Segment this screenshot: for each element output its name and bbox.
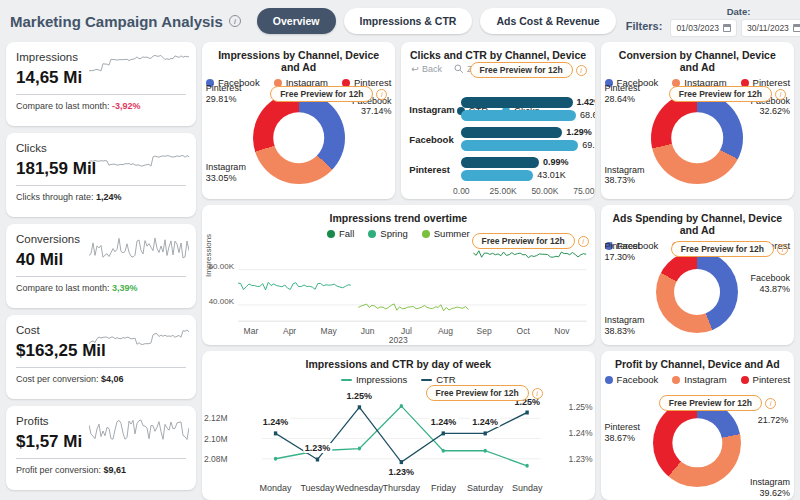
bar-value-label: 69.97K [582, 140, 594, 151]
ctr-bar[interactable]: 0.99% [461, 157, 539, 168]
kpi-card-cost: Cost $163,25 Mil Cost per conversion: $4… [6, 315, 196, 399]
info-icon[interactable]: i [777, 244, 788, 255]
kpi-subtext: Compare to last month: -3,92% [16, 101, 186, 111]
trend-line-chart[interactable] [238, 241, 587, 325]
tab-impressions-ctr[interactable]: Impressions & CTR [344, 8, 473, 34]
day-label: Thursday [383, 483, 421, 493]
kpi-subtext: Profit per conversion: $9,61 [16, 465, 186, 475]
bar-category-label: Pinterest [409, 164, 461, 175]
profit-donut-chart[interactable] [653, 399, 741, 487]
ctr-bar[interactable]: 1.29% [461, 127, 562, 138]
impressions-donut-chart[interactable] [253, 92, 345, 184]
donut-label-instagram: Instagram 38.83% [605, 315, 645, 337]
ads-spending-donut-chart[interactable] [656, 251, 738, 333]
clicks-bar[interactable]: 43.01K [461, 170, 533, 181]
right-axis-tick: 1.23% [569, 454, 593, 464]
clicks-bar[interactable]: 69.97K [461, 140, 578, 151]
chart-title: Ads Spending by Channel, Device and Ad [609, 212, 786, 236]
kpi-card-profits: Profits $1,57 Mi Profit per conversion: … [6, 406, 196, 490]
channel-legend: Facebook Instagram Pinterest [609, 374, 786, 385]
conversion-donut-chart[interactable] [651, 92, 743, 184]
header: Marketing Campaign Analysis i Overview I… [0, 0, 800, 40]
free-preview-badge[interactable]: Free Preview for 12hi [472, 233, 589, 249]
kpi-subtext: Cost per conversion: $4,06 [16, 374, 186, 384]
ctr-data-label: 1.23% [303, 443, 333, 453]
bar-row-pinterest: Pinterest0.99%43.01K [409, 154, 586, 184]
filters-label: Filters: [626, 20, 663, 32]
info-icon[interactable]: i [765, 398, 776, 409]
donut-label-instagram: Instagram 33.05% [206, 162, 246, 184]
bar-row-instagram: Instagram1.42%68.61K [409, 94, 586, 124]
free-preview-badge[interactable]: Free Preview for 12hi [270, 86, 387, 102]
x-tick: 50.00K [531, 186, 558, 196]
info-icon[interactable]: i [376, 89, 387, 100]
info-icon[interactable]: i [576, 65, 587, 76]
x-axis-year: 2023 [202, 335, 595, 345]
right-axis-tick: 1.24% [569, 428, 593, 438]
info-icon[interactable]: i [229, 15, 241, 27]
panel-profit-by-channel: Profit by Channel, Device and Ad Faceboo… [601, 351, 794, 500]
left-axis-tick: 2.12M [204, 413, 228, 423]
bar-value-label: 0.99% [543, 157, 569, 168]
free-preview-badge[interactable]: Free Preview for 12hi [470, 62, 587, 78]
instagram-legend-dot [672, 376, 680, 384]
tab-bar: Overview Impressions & CTR Ads Cost & Re… [257, 8, 616, 34]
bar-value-label: 43.01K [537, 170, 566, 181]
kpi-sidebar: Impressions 14,65 Mi Compare to last mon… [6, 42, 196, 490]
ctr-data-label: 1.24% [261, 417, 291, 427]
facebook-legend-dot [605, 376, 613, 384]
donut-label-instagram: Instagram 38.73% [605, 165, 645, 187]
x-tick: 25.00K [490, 186, 517, 196]
free-preview-badge[interactable]: Free Preview for 12hi [659, 395, 776, 411]
info-icon[interactable]: i [532, 388, 543, 399]
date-to-value: 30/11/2023 [747, 23, 789, 33]
day-label: Friday [431, 483, 456, 493]
fall-legend-dot [327, 230, 335, 238]
panel-impressions-trend: Impressions trend overtime Fall Spring S… [202, 205, 595, 345]
day-label: Wednesday [336, 483, 383, 493]
spring-legend-dot [368, 230, 376, 238]
ctr-data-label: 1.24% [470, 417, 500, 427]
tab-ads-cost-revenue[interactable]: Ads Cost & Revenue [480, 8, 615, 34]
x-axis: 0.0025.00K50.00K75.00K [461, 186, 586, 198]
left-axis-tick: 2.08M [204, 454, 228, 464]
free-preview-badge[interactable]: Free Preview for 12hi [669, 86, 786, 102]
bar-value-label: 68.61K [580, 110, 595, 121]
impressions-legend-marker [341, 379, 352, 381]
info-icon[interactable]: i [578, 236, 589, 247]
donut-label-pinterest: Pinterest 28.64% [605, 83, 641, 105]
sparkline [89, 51, 189, 81]
donut-label-pinterest: Pinterest 29.81% [206, 83, 242, 105]
y-tick: 60.00K [204, 262, 234, 271]
sparkline [89, 142, 189, 172]
free-preview-badge[interactable]: Free Preview for 12hi [426, 385, 543, 401]
bar-value-label: 1.29% [566, 127, 592, 138]
day-label: Sunday [512, 483, 543, 493]
panel-impressions-by-channel: Impressions by Channel, Device and Ad Fa… [202, 42, 395, 199]
pinterest-legend-dot [741, 376, 749, 384]
date-label: Date: [727, 6, 751, 17]
y-tick: 40.00K [204, 297, 234, 306]
filters-bar: Filters: Date: 01/03/2023 30/11/2023 Cha… [626, 6, 800, 37]
panel-ads-spending: Ads Spending by Channel, Device and Ad F… [601, 205, 794, 345]
back-button[interactable]: ↩ Back [411, 64, 442, 74]
bar-value-label: 1.42% [577, 97, 595, 108]
ctr-legend-marker [421, 379, 432, 381]
ctr-bar[interactable]: 1.42% [461, 97, 572, 108]
marketing-dashboard: Marketing Campaign Analysis i Overview I… [0, 0, 800, 500]
tab-overview[interactable]: Overview [257, 8, 336, 34]
donut-label-pinterest: Pinterest 38.67% [605, 422, 641, 444]
donut-label-facebook: 21.72% [758, 415, 789, 426]
sparkline [89, 324, 189, 354]
bar-chart[interactable]: Instagram1.42%68.61KFacebook1.29%69.97KP… [409, 94, 586, 195]
donut-label-pinterest: Pinterest 17.30% [605, 241, 641, 263]
info-icon[interactable]: i [775, 89, 786, 100]
clicks-bar[interactable]: 68.61K [461, 110, 576, 121]
free-preview-badge[interactable]: Free Preview for 12hi [671, 241, 788, 257]
date-from-value: 01/03/2023 [676, 23, 719, 33]
bar-category-label: Facebook [409, 134, 461, 145]
panel-conversion-by-channel: Conversion by Channel, Device and Ad Fac… [601, 42, 794, 199]
date-to-input[interactable]: 30/11/2023 [741, 19, 800, 37]
date-from-input[interactable]: 01/03/2023 [670, 19, 737, 37]
ctr-data-label: 1.23% [387, 467, 417, 477]
